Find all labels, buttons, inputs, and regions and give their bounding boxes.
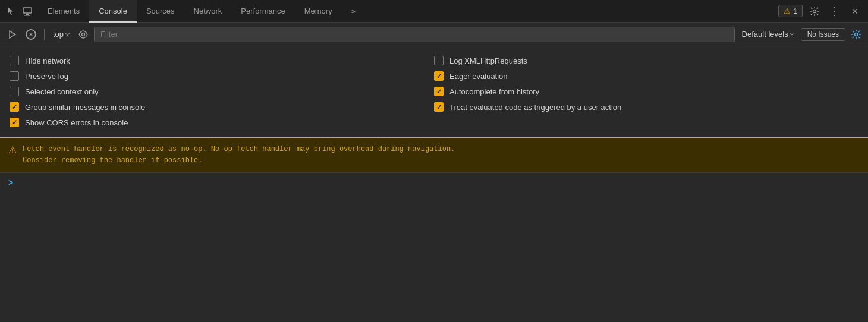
checkbox-preserve-log[interactable]: [10, 71, 19, 81]
warning-badge[interactable]: ⚠ 1: [778, 5, 803, 17]
svg-point-3: [813, 10, 816, 12]
tab-network[interactable]: Network: [184, 0, 232, 23]
levels-button[interactable]: Default levels: [737, 27, 798, 41]
console-settings-icon[interactable]: [848, 26, 864, 43]
tab-more[interactable]: »: [342, 0, 365, 23]
option-selected-context[interactable]: Selected context only: [10, 86, 434, 97]
warning-triangle-icon: ⚠: [784, 7, 791, 15]
options-panel: Hide network Preserve log Selected conte…: [0, 46, 868, 137]
option-autocomplete-history[interactable]: Autocomplete from history: [434, 86, 858, 97]
option-hide-network[interactable]: Hide network: [10, 55, 434, 67]
toolbar-divider: [44, 29, 45, 40]
tab-console[interactable]: Console: [89, 0, 137, 23]
label-log-xmlhttp: Log XMLHttpRequests: [449, 56, 527, 65]
tab-performance[interactable]: Performance: [231, 0, 294, 23]
close-button[interactable]: ✕: [847, 3, 863, 20]
svg-rect-2: [24, 15, 30, 16]
checkbox-hide-network[interactable]: [10, 56, 19, 65]
play-icon[interactable]: [4, 26, 20, 43]
responsive-icon[interactable]: [19, 0, 36, 23]
console-input-area: >: [0, 173, 868, 192]
option-preserve-log[interactable]: Preserve log: [10, 70, 434, 82]
option-show-cors[interactable]: Show CORS errors in console: [10, 116, 434, 128]
checkbox-group-similar[interactable]: [10, 102, 19, 112]
svg-point-7: [82, 33, 85, 36]
prompt-icon: >: [8, 178, 13, 187]
warning-text-content: Fetch event handler is recognized as no-…: [23, 144, 455, 166]
options-right: Log XMLHttpRequests Eager evaluation Aut…: [434, 51, 858, 132]
stop-icon[interactable]: [23, 26, 39, 43]
checkbox-selected-context[interactable]: [10, 87, 19, 96]
option-group-similar[interactable]: Group similar messages in console: [10, 101, 434, 113]
checkbox-eager-eval[interactable]: [434, 71, 444, 81]
svg-marker-4: [10, 31, 15, 38]
checkbox-treat-evaluated[interactable]: [434, 102, 444, 112]
cursor-icon[interactable]: [2, 0, 19, 23]
checkbox-log-xmlhttp[interactable]: [434, 56, 444, 65]
label-preserve-log: Preserve log: [25, 72, 68, 81]
tab-sources[interactable]: Sources: [137, 0, 184, 23]
label-treat-evaluated: Treat evaluated code as triggered by a u…: [449, 103, 621, 112]
option-eager-eval[interactable]: Eager evaluation: [434, 70, 858, 82]
label-group-similar: Group similar messages in console: [25, 103, 145, 112]
checkbox-show-cors[interactable]: [10, 118, 19, 127]
svg-rect-0: [23, 8, 32, 13]
no-issues-button[interactable]: No Issues: [801, 28, 845, 41]
tab-memory[interactable]: Memory: [295, 0, 342, 23]
tabs-left: Elements Console Sources Network Perform…: [2, 0, 778, 23]
console-input-field[interactable]: [18, 178, 860, 187]
filter-input[interactable]: [94, 27, 735, 42]
label-show-cors: Show CORS errors in console: [25, 118, 128, 127]
context-selector[interactable]: top: [49, 29, 73, 40]
warning-icon: ⚠: [8, 144, 17, 156]
option-treat-evaluated[interactable]: Treat evaluated code as triggered by a u…: [434, 101, 858, 113]
label-autocomplete-history: Autocomplete from history: [449, 87, 539, 96]
tab-bar: Elements Console Sources Network Perform…: [0, 0, 868, 23]
label-eager-eval: Eager evaluation: [449, 72, 508, 81]
settings-button[interactable]: [806, 3, 823, 20]
warning-line2: Consider removing the handler if possibl…: [23, 155, 455, 166]
checkbox-autocomplete-history[interactable]: [434, 87, 444, 96]
eye-icon[interactable]: [75, 26, 92, 43]
warning-line1: Fetch event handler is recognized as no-…: [23, 144, 455, 155]
tab-bar-right: ⚠ 1 ⋮ ✕: [778, 3, 866, 20]
label-selected-context: Selected context only: [25, 87, 99, 96]
context-dropdown-icon: [65, 31, 70, 36]
svg-point-8: [855, 33, 858, 36]
option-log-xmlhttp[interactable]: Log XMLHttpRequests: [434, 55, 858, 67]
console-toolbar: top Default levels No Issues: [0, 23, 868, 46]
tab-elements[interactable]: Elements: [38, 0, 89, 23]
more-options-button[interactable]: ⋮: [826, 3, 843, 20]
svg-rect-1: [26, 14, 29, 15]
levels-dropdown-icon: [790, 31, 794, 36]
label-hide-network: Hide network: [25, 56, 70, 65]
warning-message: ⚠ Fetch event handler is recognized as n…: [0, 137, 868, 173]
options-left: Hide network Preserve log Selected conte…: [10, 51, 434, 132]
